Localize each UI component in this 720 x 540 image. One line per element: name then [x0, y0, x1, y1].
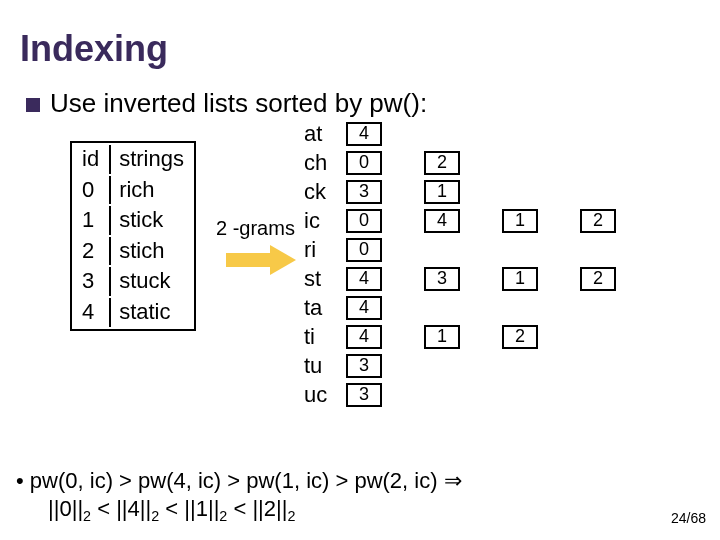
- bullet-dot-icon: •: [16, 468, 24, 493]
- cell-str: stick: [109, 206, 192, 235]
- list-row: 02: [346, 148, 658, 177]
- footer1-text: pw(0, ic) > pw(4, ic) > pw(1, ic) > pw(2…: [30, 468, 462, 493]
- col-head-strings: strings: [109, 145, 192, 174]
- cell-str: static: [109, 298, 192, 327]
- list-cell: 1: [424, 325, 460, 349]
- list-cell: 0: [346, 238, 382, 262]
- gram-label: ti: [304, 322, 327, 351]
- cell-id: 3: [74, 267, 107, 296]
- arrow-icon: [226, 245, 296, 279]
- list-cell: 3: [346, 180, 382, 204]
- strings-table: id strings 0rich 1stick 2stich 3stuck 4s…: [70, 141, 196, 331]
- list-row: 412: [346, 322, 658, 351]
- cell-id: 0: [74, 176, 107, 205]
- grams-column: at ch ck ic ri st ta ti tu uc: [304, 119, 327, 409]
- table-row: 1stick: [74, 206, 192, 235]
- gram-label: ch: [304, 148, 327, 177]
- list-cell: 4: [346, 296, 382, 320]
- cell-id: 4: [74, 298, 107, 327]
- norm-frag: < ||1||: [159, 496, 219, 521]
- cell-str: rich: [109, 176, 192, 205]
- col-head-id: id: [74, 145, 107, 174]
- list-cell: 3: [424, 267, 460, 291]
- cell-id: 2: [74, 237, 107, 266]
- list-cell: 0: [346, 151, 382, 175]
- list-row: 4: [346, 293, 658, 322]
- list-cell: 1: [502, 209, 538, 233]
- footer-line-1: • pw(0, ic) > pw(4, ic) > pw(1, ic) > pw…: [16, 468, 462, 494]
- norm-frag: < ||4||: [91, 496, 151, 521]
- list-row: 3: [346, 380, 658, 409]
- list-cell: 2: [580, 267, 616, 291]
- bullet-icon: [26, 98, 40, 112]
- table-row: 3stuck: [74, 267, 192, 296]
- list-row: 4312: [346, 264, 658, 293]
- list-cell: 4: [424, 209, 460, 233]
- list-row: 0: [346, 235, 658, 264]
- list-cell: 4: [346, 267, 382, 291]
- gram-label: tu: [304, 351, 327, 380]
- gram-label: ic: [304, 206, 327, 235]
- norm-sub: 2: [83, 508, 91, 524]
- list-cell: 2: [424, 151, 460, 175]
- cell-str: stuck: [109, 267, 192, 296]
- list-cell: 3: [346, 383, 382, 407]
- list-cell: 2: [502, 325, 538, 349]
- list-row: 31: [346, 177, 658, 206]
- gram-label: ck: [304, 177, 327, 206]
- list-cell: 2: [580, 209, 616, 233]
- gram-label: uc: [304, 380, 327, 409]
- list-row: 4: [346, 119, 658, 148]
- table-row: id strings: [74, 145, 192, 174]
- list-cell: 4: [346, 325, 382, 349]
- cell-str: stich: [109, 237, 192, 266]
- footer-line-2: ||0||2 < ||4||2 < ||1||2 < ||2||2: [48, 496, 295, 524]
- list-cell: 1: [424, 180, 460, 204]
- table-row: 0rich: [74, 176, 192, 205]
- table-row: 4static: [74, 298, 192, 327]
- slide-subtitle: Use inverted lists sorted by pw():: [50, 88, 427, 119]
- list-cell: 4: [346, 122, 382, 146]
- list-row: 3: [346, 351, 658, 380]
- gram-label: ta: [304, 293, 327, 322]
- content-area: id strings 0rich 1stick 2stich 3stuck 4s…: [20, 119, 700, 449]
- slide-title: Indexing: [20, 28, 700, 70]
- list-cell: 0: [346, 209, 382, 233]
- norm-sub: 2: [151, 508, 159, 524]
- cell-id: 1: [74, 206, 107, 235]
- norm-sub: 2: [287, 508, 295, 524]
- page-number: 24/68: [671, 510, 706, 526]
- list-row: 0412: [346, 206, 658, 235]
- svg-marker-1: [270, 245, 296, 275]
- list-cell: 1: [502, 267, 538, 291]
- gram-label: at: [304, 119, 327, 148]
- gram-label: st: [304, 264, 327, 293]
- norm-frag: ||0||: [48, 496, 83, 521]
- grams-label: 2 -grams: [216, 217, 295, 240]
- inverted-lists: 4 02 31 0412 0 4312 4 412 3 3: [346, 119, 658, 409]
- list-cell: 3: [346, 354, 382, 378]
- norm-frag: < ||2||: [227, 496, 287, 521]
- table-row: 2stich: [74, 237, 192, 266]
- svg-rect-0: [226, 253, 270, 267]
- gram-label: ri: [304, 235, 327, 264]
